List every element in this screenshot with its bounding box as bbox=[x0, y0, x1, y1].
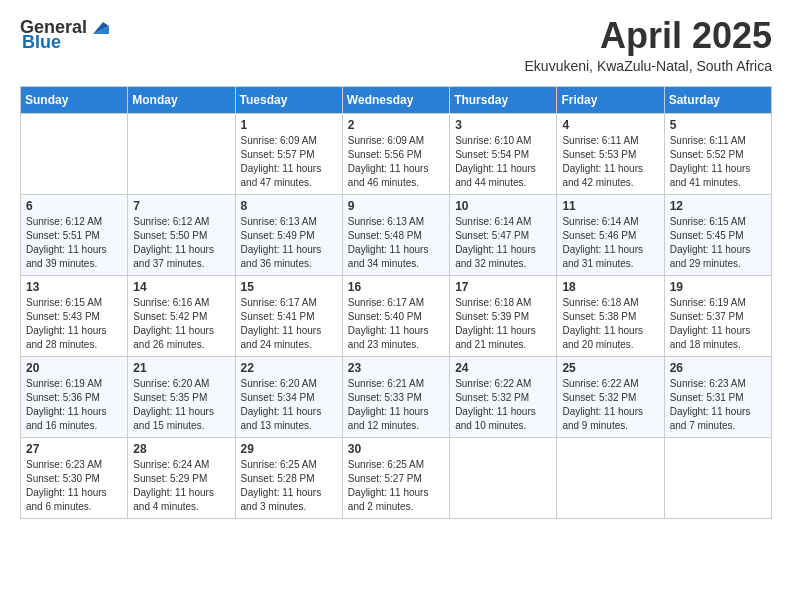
day-cell: 14Sunrise: 6:16 AMSunset: 5:42 PMDayligh… bbox=[128, 275, 235, 356]
day-number: 19 bbox=[670, 280, 766, 294]
day-cell: 2Sunrise: 6:09 AMSunset: 5:56 PMDaylight… bbox=[342, 113, 449, 194]
day-cell: 4Sunrise: 6:11 AMSunset: 5:53 PMDaylight… bbox=[557, 113, 664, 194]
day-cell: 5Sunrise: 6:11 AMSunset: 5:52 PMDaylight… bbox=[664, 113, 771, 194]
col-header-sunday: Sunday bbox=[21, 86, 128, 113]
day-info: Sunrise: 6:20 AMSunset: 5:35 PMDaylight:… bbox=[133, 377, 229, 433]
calendar-title: April 2025 bbox=[525, 16, 772, 56]
day-number: 13 bbox=[26, 280, 122, 294]
day-cell: 19Sunrise: 6:19 AMSunset: 5:37 PMDayligh… bbox=[664, 275, 771, 356]
day-number: 4 bbox=[562, 118, 658, 132]
day-info: Sunrise: 6:23 AMSunset: 5:31 PMDaylight:… bbox=[670, 377, 766, 433]
day-info: Sunrise: 6:15 AMSunset: 5:43 PMDaylight:… bbox=[26, 296, 122, 352]
day-cell: 18Sunrise: 6:18 AMSunset: 5:38 PMDayligh… bbox=[557, 275, 664, 356]
day-info: Sunrise: 6:18 AMSunset: 5:38 PMDaylight:… bbox=[562, 296, 658, 352]
day-number: 2 bbox=[348, 118, 444, 132]
day-number: 27 bbox=[26, 442, 122, 456]
day-cell: 24Sunrise: 6:22 AMSunset: 5:32 PMDayligh… bbox=[450, 356, 557, 437]
title-block: April 2025 Ekuvukeni, KwaZulu-Natal, Sou… bbox=[525, 16, 772, 74]
day-number: 23 bbox=[348, 361, 444, 375]
day-number: 6 bbox=[26, 199, 122, 213]
day-number: 8 bbox=[241, 199, 337, 213]
logo-icon bbox=[89, 16, 111, 38]
col-header-tuesday: Tuesday bbox=[235, 86, 342, 113]
page-header: General Blue April 2025 Ekuvukeni, KwaZu… bbox=[20, 16, 772, 74]
day-cell bbox=[450, 437, 557, 518]
logo-blue: Blue bbox=[22, 32, 61, 53]
day-info: Sunrise: 6:23 AMSunset: 5:30 PMDaylight:… bbox=[26, 458, 122, 514]
day-info: Sunrise: 6:15 AMSunset: 5:45 PMDaylight:… bbox=[670, 215, 766, 271]
day-cell: 29Sunrise: 6:25 AMSunset: 5:28 PMDayligh… bbox=[235, 437, 342, 518]
day-info: Sunrise: 6:17 AMSunset: 5:41 PMDaylight:… bbox=[241, 296, 337, 352]
day-cell: 12Sunrise: 6:15 AMSunset: 5:45 PMDayligh… bbox=[664, 194, 771, 275]
day-cell: 17Sunrise: 6:18 AMSunset: 5:39 PMDayligh… bbox=[450, 275, 557, 356]
day-info: Sunrise: 6:13 AMSunset: 5:49 PMDaylight:… bbox=[241, 215, 337, 271]
day-cell: 13Sunrise: 6:15 AMSunset: 5:43 PMDayligh… bbox=[21, 275, 128, 356]
day-info: Sunrise: 6:25 AMSunset: 5:27 PMDaylight:… bbox=[348, 458, 444, 514]
day-number: 18 bbox=[562, 280, 658, 294]
day-info: Sunrise: 6:10 AMSunset: 5:54 PMDaylight:… bbox=[455, 134, 551, 190]
day-info: Sunrise: 6:20 AMSunset: 5:34 PMDaylight:… bbox=[241, 377, 337, 433]
day-cell: 20Sunrise: 6:19 AMSunset: 5:36 PMDayligh… bbox=[21, 356, 128, 437]
col-header-friday: Friday bbox=[557, 86, 664, 113]
day-number: 12 bbox=[670, 199, 766, 213]
day-number: 1 bbox=[241, 118, 337, 132]
day-info: Sunrise: 6:25 AMSunset: 5:28 PMDaylight:… bbox=[241, 458, 337, 514]
day-cell: 27Sunrise: 6:23 AMSunset: 5:30 PMDayligh… bbox=[21, 437, 128, 518]
day-number: 30 bbox=[348, 442, 444, 456]
day-number: 11 bbox=[562, 199, 658, 213]
day-info: Sunrise: 6:14 AMSunset: 5:47 PMDaylight:… bbox=[455, 215, 551, 271]
day-cell: 28Sunrise: 6:24 AMSunset: 5:29 PMDayligh… bbox=[128, 437, 235, 518]
day-info: Sunrise: 6:09 AMSunset: 5:57 PMDaylight:… bbox=[241, 134, 337, 190]
day-number: 21 bbox=[133, 361, 229, 375]
day-cell: 15Sunrise: 6:17 AMSunset: 5:41 PMDayligh… bbox=[235, 275, 342, 356]
day-info: Sunrise: 6:22 AMSunset: 5:32 PMDaylight:… bbox=[562, 377, 658, 433]
week-row-5: 27Sunrise: 6:23 AMSunset: 5:30 PMDayligh… bbox=[21, 437, 772, 518]
day-info: Sunrise: 6:19 AMSunset: 5:37 PMDaylight:… bbox=[670, 296, 766, 352]
day-info: Sunrise: 6:09 AMSunset: 5:56 PMDaylight:… bbox=[348, 134, 444, 190]
day-number: 28 bbox=[133, 442, 229, 456]
day-cell: 11Sunrise: 6:14 AMSunset: 5:46 PMDayligh… bbox=[557, 194, 664, 275]
day-info: Sunrise: 6:22 AMSunset: 5:32 PMDaylight:… bbox=[455, 377, 551, 433]
day-cell bbox=[21, 113, 128, 194]
day-number: 7 bbox=[133, 199, 229, 213]
day-cell: 7Sunrise: 6:12 AMSunset: 5:50 PMDaylight… bbox=[128, 194, 235, 275]
col-header-monday: Monday bbox=[128, 86, 235, 113]
calendar-subtitle: Ekuvukeni, KwaZulu-Natal, South Africa bbox=[525, 58, 772, 74]
day-number: 24 bbox=[455, 361, 551, 375]
day-cell: 26Sunrise: 6:23 AMSunset: 5:31 PMDayligh… bbox=[664, 356, 771, 437]
day-cell: 9Sunrise: 6:13 AMSunset: 5:48 PMDaylight… bbox=[342, 194, 449, 275]
day-number: 29 bbox=[241, 442, 337, 456]
day-info: Sunrise: 6:11 AMSunset: 5:52 PMDaylight:… bbox=[670, 134, 766, 190]
logo: General Blue bbox=[20, 16, 111, 53]
week-row-1: 1Sunrise: 6:09 AMSunset: 5:57 PMDaylight… bbox=[21, 113, 772, 194]
day-info: Sunrise: 6:18 AMSunset: 5:39 PMDaylight:… bbox=[455, 296, 551, 352]
day-number: 17 bbox=[455, 280, 551, 294]
day-info: Sunrise: 6:24 AMSunset: 5:29 PMDaylight:… bbox=[133, 458, 229, 514]
week-row-3: 13Sunrise: 6:15 AMSunset: 5:43 PMDayligh… bbox=[21, 275, 772, 356]
day-number: 15 bbox=[241, 280, 337, 294]
day-cell bbox=[664, 437, 771, 518]
day-info: Sunrise: 6:14 AMSunset: 5:46 PMDaylight:… bbox=[562, 215, 658, 271]
day-cell: 25Sunrise: 6:22 AMSunset: 5:32 PMDayligh… bbox=[557, 356, 664, 437]
day-info: Sunrise: 6:16 AMSunset: 5:42 PMDaylight:… bbox=[133, 296, 229, 352]
header-row: SundayMondayTuesdayWednesdayThursdayFrid… bbox=[21, 86, 772, 113]
day-cell: 22Sunrise: 6:20 AMSunset: 5:34 PMDayligh… bbox=[235, 356, 342, 437]
col-header-saturday: Saturday bbox=[664, 86, 771, 113]
week-row-2: 6Sunrise: 6:12 AMSunset: 5:51 PMDaylight… bbox=[21, 194, 772, 275]
day-info: Sunrise: 6:21 AMSunset: 5:33 PMDaylight:… bbox=[348, 377, 444, 433]
day-cell: 16Sunrise: 6:17 AMSunset: 5:40 PMDayligh… bbox=[342, 275, 449, 356]
col-header-thursday: Thursday bbox=[450, 86, 557, 113]
day-cell bbox=[557, 437, 664, 518]
day-number: 20 bbox=[26, 361, 122, 375]
day-number: 10 bbox=[455, 199, 551, 213]
day-cell bbox=[128, 113, 235, 194]
day-number: 26 bbox=[670, 361, 766, 375]
day-number: 16 bbox=[348, 280, 444, 294]
col-header-wednesday: Wednesday bbox=[342, 86, 449, 113]
day-number: 22 bbox=[241, 361, 337, 375]
day-info: Sunrise: 6:17 AMSunset: 5:40 PMDaylight:… bbox=[348, 296, 444, 352]
calendar-table: SundayMondayTuesdayWednesdayThursdayFrid… bbox=[20, 86, 772, 519]
day-info: Sunrise: 6:13 AMSunset: 5:48 PMDaylight:… bbox=[348, 215, 444, 271]
day-cell: 8Sunrise: 6:13 AMSunset: 5:49 PMDaylight… bbox=[235, 194, 342, 275]
day-info: Sunrise: 6:11 AMSunset: 5:53 PMDaylight:… bbox=[562, 134, 658, 190]
